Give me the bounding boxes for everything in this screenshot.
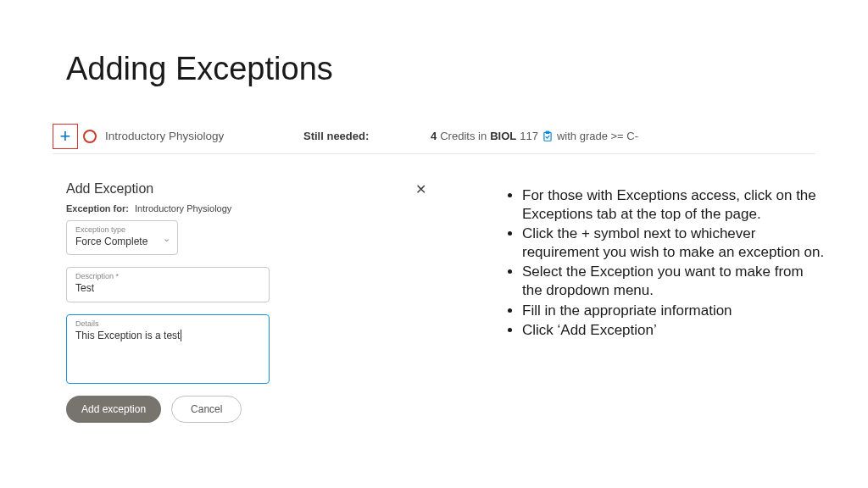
clipboard-check-icon[interactable] [542,130,554,142]
exception-type-label: Exception type [75,226,153,234]
list-item: Click the + symbol next to whichever req… [522,225,827,262]
status-open-icon [83,130,97,143]
add-exception-button[interactable]: Add exception [66,396,161,423]
exception-type-value: Force Complete [75,236,153,247]
credits-text: 4 Credits in BIOL 117 with grade >= C- [431,130,638,142]
add-exception-plus-button[interactable]: + [53,124,78,149]
list-item: For those with Exceptions access, click … [522,186,827,224]
cancel-button[interactable]: Cancel [171,396,242,423]
subject-code: BIOL [490,130,516,142]
instructions-list: For those with Exceptions access, click … [505,186,827,340]
instructions-panel: For those with Exceptions access, click … [505,186,827,341]
still-needed-label: Still needed: [303,130,369,142]
credits-word: Credits in [440,130,487,142]
details-label: Details [75,320,260,328]
course-number: 117 [520,130,538,142]
add-exception-form: Add Exception Exception for: Introductor… [66,181,354,423]
chevron-down-icon: ⌄ [163,232,170,243]
requirement-row: + Introductory Physiology Still needed: … [53,119,815,154]
details-value: This Exception is a test [75,330,260,341]
plus-icon: + [60,125,71,147]
exception-type-select[interactable]: Exception type Force Complete ⌄ [66,220,178,255]
slide-title: Adding Exceptions [66,51,333,87]
details-textarea[interactable]: Details This Exception is a test [66,314,270,384]
description-label: Description * [75,273,260,280]
close-icon[interactable]: ✕ [415,181,426,197]
form-heading: Add Exception [66,181,354,197]
exception-for-value: Introductory Physiology [135,203,231,214]
list-item: Click ‘Add Exception’ [522,321,827,340]
form-button-row: Add exception Cancel [66,396,354,423]
requirement-course-name: Introductory Physiology [105,130,224,142]
list-item: Fill in the appropriate information [522,302,827,320]
description-value: Test [75,282,260,294]
exception-for-line: Exception for: Introductory Physiology [66,203,354,214]
exception-for-label: Exception for: [66,203,129,214]
list-item: Select the Exception you want to make fr… [522,263,827,300]
grade-text: with grade >= C- [557,130,638,142]
description-input[interactable]: Description * Test [66,267,270,302]
credits-number: 4 [431,130,437,142]
